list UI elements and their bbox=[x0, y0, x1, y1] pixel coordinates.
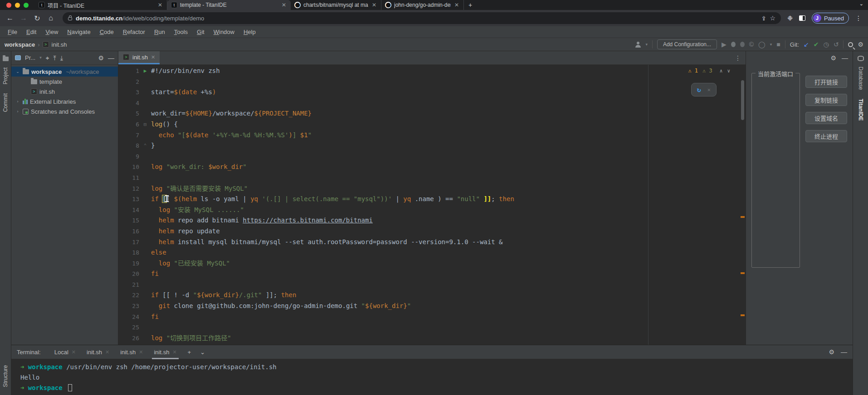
terminal-tab[interactable]: init.sh✕ bbox=[81, 345, 115, 359]
code-line-11[interactable]: 11 bbox=[118, 173, 739, 183]
gutter-marker[interactable] bbox=[139, 162, 151, 173]
gutter-marker[interactable] bbox=[139, 205, 151, 216]
terminal-tab[interactable]: init.sh✕ bbox=[148, 345, 182, 359]
chevron-icon[interactable]: › bbox=[15, 99, 20, 104]
git-commit-icon[interactable]: ✔ bbox=[814, 41, 819, 48]
code-line-3[interactable]: 3start=$(date +%s) bbox=[118, 87, 739, 98]
gutter-marker[interactable] bbox=[139, 108, 151, 119]
next-warning-icon[interactable]: ∨ bbox=[727, 68, 730, 74]
close-window-button[interactable] bbox=[6, 3, 11, 8]
close-tab-icon[interactable]: ✕ bbox=[281, 2, 287, 8]
reload-icon[interactable]: ↻ bbox=[32, 14, 43, 23]
gutter-marker[interactable] bbox=[139, 301, 151, 312]
gutter-marker[interactable] bbox=[139, 247, 151, 258]
browser-tab[interactable]: t项目 - TitanIDE✕ bbox=[35, 0, 167, 10]
editor-scrollbar[interactable] bbox=[741, 80, 745, 343]
menu-view[interactable]: View bbox=[41, 27, 62, 37]
gutter-marker[interactable] bbox=[139, 312, 151, 323]
code-line-7[interactable]: 7 echo "[$(date '+%Y-%m-%d %H:%M.%S')] $… bbox=[118, 130, 739, 141]
menu-git[interactable]: Git bbox=[193, 27, 209, 37]
add-configuration-button[interactable]: Add Configuration... bbox=[657, 39, 717, 49]
coverage-icon[interactable]: © bbox=[749, 41, 754, 48]
chevron-icon[interactable]: › bbox=[15, 109, 20, 114]
scrollbar-thumb[interactable] bbox=[741, 80, 744, 120]
panel-hide-icon[interactable]: — bbox=[842, 55, 848, 61]
user-icon[interactable] bbox=[635, 42, 641, 47]
extensions-puzzle-icon[interactable]: ❉ bbox=[787, 14, 793, 22]
code-line-6[interactable]: 6⊟log() { bbox=[118, 119, 739, 130]
menu-edit[interactable]: Edit bbox=[22, 27, 40, 37]
menu-file[interactable]: File bbox=[4, 27, 21, 37]
tree-item-init-sh[interactable]: >init.sh bbox=[11, 87, 118, 96]
tool-tab-titanide[interactable]: TitanIDE bbox=[858, 94, 864, 126]
code-line-10[interactable]: 10log "work_dir: $work_dir" bbox=[118, 162, 739, 173]
terminal-hide-icon[interactable]: — bbox=[841, 349, 847, 355]
menu-run[interactable]: Run bbox=[150, 27, 169, 37]
code-line-14[interactable]: 14 log "安装 MySQL ......" bbox=[118, 205, 739, 216]
locate-file-icon[interactable]: ⌖ bbox=[46, 55, 49, 61]
project-view-icon[interactable] bbox=[15, 55, 21, 60]
code-line-9[interactable]: 9 bbox=[118, 151, 739, 162]
close-terminal-tab-icon[interactable]: ✕ bbox=[72, 349, 76, 355]
editor-tab-init-sh[interactable]: > init.sh ✕ bbox=[118, 51, 160, 64]
code-line-2[interactable]: 2 bbox=[118, 77, 739, 87]
refresh-icon[interactable]: ↻ bbox=[697, 86, 701, 94]
code-line-17[interactable]: 17 helm install mysql bitnami/mysql --se… bbox=[118, 237, 739, 248]
window-controls[interactable] bbox=[0, 0, 35, 10]
gutter-marker[interactable] bbox=[139, 269, 151, 279]
menu-navigate[interactable]: Navigate bbox=[63, 27, 94, 37]
gutter-marker[interactable] bbox=[139, 98, 151, 109]
titanide-action-button[interactable]: 打开链接 bbox=[805, 76, 847, 88]
browser-menu-icon[interactable]: ⋮ bbox=[855, 14, 862, 22]
code-line-27[interactable]: 27cd "${work_dir}" bbox=[118, 343, 739, 345]
close-terminal-tab-icon[interactable]: ✕ bbox=[139, 349, 143, 355]
gutter-marker[interactable] bbox=[139, 183, 151, 194]
menu-window[interactable]: Window bbox=[210, 27, 239, 37]
gutter-marker[interactable] bbox=[139, 258, 151, 269]
tree-item-scratches-and-consoles[interactable]: ›Scratches and Consoles bbox=[11, 106, 118, 116]
rollback-icon[interactable]: ↺ bbox=[834, 41, 839, 48]
profiler-icon[interactable]: ◯ bbox=[758, 41, 766, 48]
code-line-8[interactable]: 8⌃} bbox=[118, 140, 739, 151]
history-clock-icon[interactable]: ◷ bbox=[823, 41, 829, 48]
code-line-13[interactable]: 13if [[ $(helm ls -o yaml | yq '(.[] | s… bbox=[118, 194, 739, 205]
warning-badge[interactable]: ⚠ 1 bbox=[688, 67, 698, 74]
browser-tab[interactable]: ⬤charts/bitnami/mysql at maste✕ bbox=[291, 0, 381, 10]
code-line-24[interactable]: 24fi bbox=[118, 312, 739, 323]
panel-gear-icon[interactable]: ⚙ bbox=[830, 55, 836, 61]
code-line-26[interactable]: 26log "切换到项目工作路径" bbox=[118, 333, 739, 344]
gutter-marker[interactable] bbox=[139, 226, 151, 237]
chevron-icon[interactable]: ⌄ bbox=[15, 69, 20, 74]
tool-tab-commit[interactable]: Commit bbox=[2, 89, 9, 118]
run-dropdown-icon[interactable]: ▾ bbox=[770, 43, 772, 47]
home-icon[interactable]: ⌂ bbox=[45, 14, 56, 22]
prev-warning-icon[interactable]: ∧ bbox=[720, 68, 723, 74]
gutter-marker[interactable] bbox=[139, 77, 151, 87]
gutter-marker[interactable] bbox=[139, 322, 151, 333]
close-tab-icon[interactable]: ✕ bbox=[371, 2, 377, 8]
hide-panel-icon[interactable]: — bbox=[108, 55, 114, 61]
code-line-12[interactable]: 12log "确认是否需要安装 MySQL" bbox=[118, 183, 739, 194]
menu-help[interactable]: Help bbox=[239, 27, 260, 37]
tool-tab-project[interactable]: Project bbox=[2, 55, 9, 89]
warning-badge[interactable]: ⚠ 3 bbox=[702, 67, 712, 74]
gutter-marker[interactable] bbox=[139, 237, 151, 248]
editor-options-icon[interactable]: ⋮ bbox=[735, 54, 746, 62]
share-icon[interactable]: ⇪ bbox=[761, 15, 766, 22]
code-line-22[interactable]: 22if [[ ! -d "${work_dir}/.git" ]]; then bbox=[118, 290, 739, 301]
panel-settings-gear-icon[interactable]: ⚙ bbox=[98, 55, 104, 61]
run-icon[interactable]: ▶ bbox=[722, 41, 727, 48]
titanide-action-button[interactable]: 复制链接 bbox=[805, 94, 847, 106]
terminal-dropdown-icon[interactable]: ⌄ bbox=[196, 349, 209, 356]
address-bar[interactable]: demo.titanide.cn/ide/web/coding/template… bbox=[63, 12, 781, 24]
new-terminal-icon[interactable]: + bbox=[184, 349, 195, 356]
project-view-dropdown-icon[interactable]: ▾ bbox=[39, 56, 42, 60]
close-tab-icon[interactable]: ✕ bbox=[157, 2, 163, 8]
expand-all-icon[interactable]: ⤒ bbox=[54, 55, 56, 61]
tree-item-template[interactable]: template bbox=[11, 77, 118, 87]
browser-tab[interactable]: ⬤john-deng/go-admin-demo✕ bbox=[381, 0, 464, 10]
gutter-marker[interactable]: ▶ bbox=[139, 66, 151, 77]
code-line-5[interactable]: 5work_dir=${HOME}/workspace/${PROJECT_NA… bbox=[118, 108, 739, 119]
gutter-marker[interactable] bbox=[139, 279, 151, 290]
code-line-23[interactable]: 23 git clone git@github.com:john-deng/go… bbox=[118, 301, 739, 312]
